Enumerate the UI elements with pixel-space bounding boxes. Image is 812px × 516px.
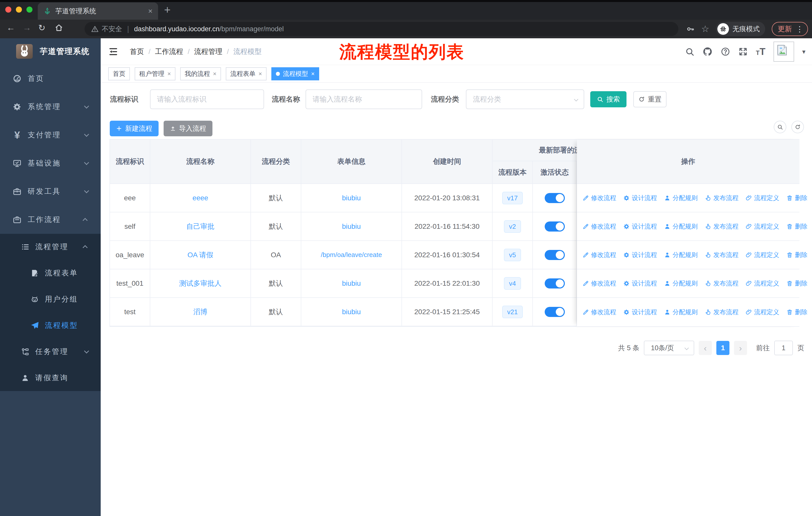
active-toggle[interactable] [545,250,565,260]
action-edit-link[interactable]: 修改流程 [582,308,616,316]
goto-page-input[interactable]: 1 [774,341,793,355]
reset-button[interactable]: 重置 [633,91,667,107]
breadcrumb-home[interactable]: 首页 [130,47,144,56]
cell-name-link[interactable]: eeee [150,184,251,212]
url-bar[interactable]: 不安全 | dashboard.yudao.iocoder.cn/bpm/man… [85,22,678,36]
sidebar-item-process-model[interactable]: 流程模型 [0,313,101,338]
forward-icon[interactable]: → [23,23,31,32]
action-hand-point-link[interactable]: 发布流程 [705,194,738,202]
create-process-button[interactable]: 新建流程 [110,121,158,136]
close-icon[interactable]: × [213,70,216,77]
search-button[interactable]: 搜索 [590,91,627,107]
tab-close-icon[interactable]: × [148,7,152,16]
close-icon[interactable]: × [259,70,262,77]
close-icon[interactable]: × [311,70,315,77]
action-paperclip-link[interactable]: 流程定义 [746,251,779,259]
minimize-window-button[interactable] [16,6,22,12]
browser-tab[interactable]: 芋道管理系统 × [38,2,158,20]
cell-form-link[interactable]: biubiu [301,212,402,241]
key-icon[interactable] [686,25,695,33]
action-gear-link[interactable]: 设计流程 [623,194,657,202]
action-gear-link[interactable]: 设计流程 [623,279,657,288]
active-toggle[interactable] [545,278,565,289]
action-gear-link[interactable]: 设计流程 [623,251,657,259]
avatar-caret-down-icon[interactable]: ▾ [802,48,806,56]
search-icon[interactable] [685,47,694,56]
action-edit-link[interactable]: 修改流程 [582,222,616,230]
cell-name-link[interactable]: OA 请假 [150,241,251,269]
browser-menu-dots-icon[interactable]: ⋮ [796,25,804,33]
bookmark-star-icon[interactable]: ☆ [701,24,709,34]
fullscreen-icon[interactable] [738,47,748,56]
breadcrumb-process-management[interactable]: 流程管理 [194,47,223,56]
version-badge[interactable]: v4 [504,277,521,290]
tag-process-model[interactable]: 流程模型× [271,67,319,80]
action-hand-point-link[interactable]: 发布流程 [705,279,738,288]
browser-update-button[interactable]: 更新 ⋮ [772,22,808,36]
sidebar-item-process-management[interactable]: 流程管理 [0,234,101,260]
action-gear-link[interactable]: 设计流程 [623,222,657,230]
close-icon[interactable]: × [167,70,171,77]
cell-form-link[interactable]: biubiu [301,269,402,298]
sidebar-item-home[interactable]: 首页 [0,64,101,93]
version-badge[interactable]: v17 [502,192,523,204]
action-hand-point-link[interactable]: 发布流程 [705,222,738,230]
action-user-link[interactable]: 分配规则 [664,279,698,288]
tag-my-process[interactable]: 我的流程× [180,67,221,80]
action-user-link[interactable]: 分配规则 [664,251,698,259]
action-trash-link[interactable]: 删除 [786,194,808,202]
sidebar-item-user-group[interactable]: 用户分组 [0,286,101,313]
help-icon[interactable] [721,47,730,56]
action-edit-link[interactable]: 修改流程 [582,251,616,259]
hamburger-icon[interactable] [108,47,118,57]
cell-name-link[interactable]: 测试多审批人 [150,269,251,298]
tag-home[interactable]: 首页 [108,67,130,80]
active-toggle[interactable] [545,193,565,203]
sidebar-item-leave-query[interactable]: 请假查询 [0,365,101,391]
action-edit-link[interactable]: 修改流程 [582,194,616,202]
action-trash-link[interactable]: 删除 [786,279,808,288]
action-paperclip-link[interactable]: 流程定义 [746,194,779,202]
active-toggle[interactable] [545,221,565,232]
action-paperclip-link[interactable]: 流程定义 [746,279,779,288]
home-icon[interactable] [54,23,63,32]
cell-form-link[interactable]: biubiu [301,184,402,212]
toggle-search-button[interactable] [774,121,786,133]
security-label[interactable]: 不安全 [102,24,122,33]
font-size-icon[interactable]: TT [756,46,765,57]
action-user-link[interactable]: 分配规则 [664,194,698,202]
maximize-window-button[interactable] [26,6,32,12]
cell-form-link[interactable]: biubiu [301,298,402,326]
version-badge[interactable]: v2 [504,220,521,233]
window-controls[interactable] [5,6,32,12]
action-trash-link[interactable]: 删除 [786,251,808,259]
back-icon[interactable]: ← [6,23,15,32]
import-process-button[interactable]: 导入流程 [164,121,212,136]
version-badge[interactable]: v5 [504,249,521,261]
sidebar-item-system[interactable]: 系统管理 [0,93,101,121]
sidebar-item-process-form[interactable]: 流程表单 [0,260,101,286]
sidebar-item-task-management[interactable]: 任务管理 [0,338,101,365]
page-size-select[interactable]: 10条/页 [644,341,694,355]
github-icon[interactable] [702,47,713,57]
refresh-table-button[interactable] [791,121,804,133]
tag-tenant[interactable]: 租户管理× [135,67,175,80]
action-edit-link[interactable]: 修改流程 [582,279,616,288]
breadcrumb-workflow[interactable]: 工作流程 [155,47,183,56]
sidebar-item-dev-tools[interactable]: 研发工具 [0,178,101,206]
action-hand-point-link[interactable]: 发布流程 [705,308,738,316]
action-user-link[interactable]: 分配规则 [664,222,698,230]
next-page-button[interactable]: › [734,341,747,355]
action-hand-point-link[interactable]: 发布流程 [705,251,738,259]
sidebar-item-infrastructure[interactable]: 基础设施 [0,149,101,178]
sidebar-item-payment[interactable]: ¥ 支付管理 [0,121,101,149]
action-trash-link[interactable]: 删除 [786,308,808,316]
process-name-input[interactable]: 请输入流程名称 [306,89,422,109]
action-user-link[interactable]: 分配规则 [664,308,698,316]
action-gear-link[interactable]: 设计流程 [623,308,657,316]
prev-page-button[interactable]: ‹ [699,341,712,355]
active-toggle[interactable] [545,307,565,317]
reload-icon[interactable]: ↻ [38,23,46,33]
action-paperclip-link[interactable]: 流程定义 [746,308,779,316]
cell-form-link[interactable]: /bpm/oa/leave/create [301,241,402,269]
